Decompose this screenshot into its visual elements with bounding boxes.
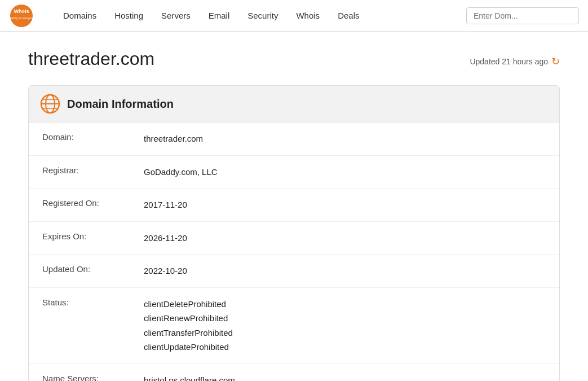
info-row: Registered On:2017-11-20 bbox=[29, 189, 559, 222]
info-row: Expires On:2026-11-20 bbox=[29, 222, 559, 255]
updated-info: Updated 21 hours ago ↻ bbox=[470, 55, 560, 68]
info-label: Domain: bbox=[42, 132, 144, 142]
info-value: clientDeleteProhibitedclientRenewProhibi… bbox=[144, 297, 233, 354]
info-label: Status: bbox=[42, 297, 144, 307]
info-label: Name Servers: bbox=[42, 373, 144, 382]
whois-logo-icon: Whois Identity for everyone bbox=[9, 3, 34, 28]
page-title: threetrader.com bbox=[28, 49, 154, 69]
info-label: Expires On: bbox=[42, 231, 144, 241]
card-header-title: Domain Information bbox=[67, 98, 174, 111]
search-input[interactable] bbox=[466, 7, 579, 24]
main-nav: Whois Identity for everyone Domains Host… bbox=[0, 0, 588, 32]
info-label: Updated On: bbox=[42, 264, 144, 274]
title-row: threetrader.com Updated 21 hours ago ↻ bbox=[28, 49, 560, 74]
info-value: 2026-11-20 bbox=[144, 231, 187, 246]
info-row: Name Servers:bristol.ns.cloudflare.comca… bbox=[29, 364, 559, 382]
info-value: threetrader.com bbox=[144, 132, 203, 146]
nav-link-deals[interactable]: Deals bbox=[329, 0, 368, 32]
info-value: GoDaddy.com, LLC bbox=[144, 165, 218, 179]
info-value: 2017-11-20 bbox=[144, 198, 187, 212]
info-label: Registered On: bbox=[42, 198, 144, 208]
nav-link-servers[interactable]: Servers bbox=[152, 0, 200, 32]
info-label: Registrar: bbox=[42, 165, 144, 175]
card-header: Domain Information bbox=[29, 86, 559, 122]
info-row: Registrar:GoDaddy.com, LLC bbox=[29, 156, 559, 189]
info-value: bristol.ns.cloudflare.comcamilo.ns.cloud… bbox=[144, 373, 237, 382]
updated-label: Updated 21 hours ago bbox=[470, 57, 548, 66]
svg-text:Identity for everyone: Identity for everyone bbox=[9, 16, 34, 20]
nav-link-domains[interactable]: Domains bbox=[54, 0, 105, 32]
www-globe-icon bbox=[40, 94, 60, 114]
info-row: Updated On:2022-10-20 bbox=[29, 255, 559, 288]
card-body: Domain:threetrader.comRegistrar:GoDaddy.… bbox=[29, 122, 559, 381]
main-content: threetrader.com Updated 21 hours ago ↻ D… bbox=[0, 32, 588, 381]
logo-link[interactable]: Whois Identity for everyone bbox=[9, 3, 37, 28]
svg-text:Whois: Whois bbox=[14, 8, 29, 14]
domain-info-card: Domain Information Domain:threetrader.co… bbox=[28, 85, 560, 381]
nav-link-whois[interactable]: Whois bbox=[287, 0, 329, 32]
nav-links: Domains Hosting Servers Email Security W… bbox=[54, 0, 466, 32]
info-row: Status:clientDeleteProhibitedclientRenew… bbox=[29, 288, 559, 364]
nav-link-hosting[interactable]: Hosting bbox=[105, 0, 152, 32]
nav-link-email[interactable]: Email bbox=[200, 0, 239, 32]
info-value: 2022-10-20 bbox=[144, 264, 187, 278]
nav-link-security[interactable]: Security bbox=[238, 0, 287, 32]
svg-point-0 bbox=[10, 5, 33, 27]
refresh-icon[interactable]: ↻ bbox=[551, 55, 560, 68]
info-row: Domain:threetrader.com bbox=[29, 122, 559, 156]
